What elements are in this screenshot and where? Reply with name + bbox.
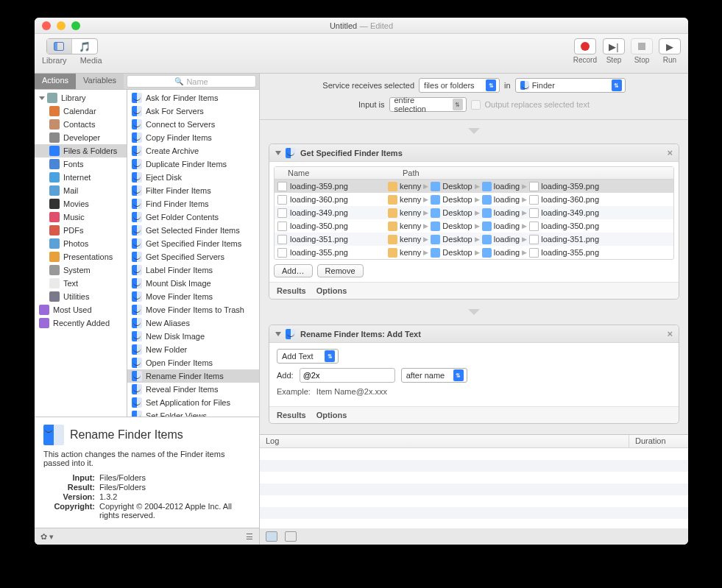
category-item[interactable]: Utilities bbox=[35, 290, 127, 303]
folder-icon bbox=[482, 235, 492, 244]
action-item[interactable]: Find Finder Items bbox=[127, 197, 259, 210]
table-row[interactable]: loading-351.png kenny▶ Desktop▶ loading▶… bbox=[275, 233, 673, 246]
tab-actions[interactable]: Actions bbox=[35, 74, 76, 89]
action-item[interactable]: New Disk Image bbox=[127, 330, 259, 343]
table-row[interactable]: loading-350.png kenny▶ Desktop▶ loading▶… bbox=[275, 219, 673, 233]
category-item[interactable]: System bbox=[35, 263, 127, 277]
action-list[interactable]: Ask for Finder ItemsAsk For ServersConne… bbox=[127, 90, 259, 417]
list-view-icon[interactable] bbox=[266, 531, 277, 542]
gear-icon[interactable]: ✿ ▾ bbox=[40, 532, 54, 542]
rename-mode-select[interactable]: Add Text⇅ bbox=[277, 349, 339, 364]
action-item[interactable]: Get Specified Servers bbox=[127, 250, 259, 263]
category-item[interactable]: Library bbox=[35, 91, 127, 105]
tab-variables[interactable]: Variables bbox=[76, 74, 124, 89]
disclosure-icon[interactable] bbox=[275, 332, 281, 336]
category-item[interactable]: Calendar bbox=[35, 105, 127, 118]
category-item[interactable]: Music bbox=[35, 210, 127, 224]
action-item[interactable]: Reveal Finder Items bbox=[127, 383, 259, 396]
close-icon[interactable]: × bbox=[667, 328, 673, 339]
table-row[interactable]: loading-360.png kenny▶ Desktop▶ loading▶… bbox=[275, 193, 673, 206]
category-item[interactable]: Movies bbox=[35, 197, 127, 210]
action-item[interactable]: Eject Disk bbox=[127, 171, 259, 184]
action-item[interactable]: Mount Disk Image bbox=[127, 277, 259, 290]
table-row[interactable]: loading-359.png kenny▶ Desktop▶ loading▶… bbox=[275, 180, 673, 193]
finder-icon bbox=[132, 397, 142, 408]
finder-icon bbox=[132, 225, 142, 235]
action-item[interactable]: Filter Finder Items bbox=[127, 184, 259, 197]
options-button[interactable]: Options bbox=[316, 411, 347, 419]
category-item[interactable]: Contacts bbox=[35, 118, 127, 131]
action-item[interactable]: Duplicate Finder Items bbox=[127, 157, 259, 171]
output-replaces-checkbox bbox=[471, 100, 481, 110]
action-item[interactable]: Move Finder Items bbox=[127, 290, 259, 303]
action-item[interactable]: Connect to Servers bbox=[127, 118, 259, 131]
finder-icon bbox=[132, 344, 142, 355]
folder-icon bbox=[431, 222, 440, 231]
search-input[interactable]: 🔍 Name bbox=[127, 75, 256, 88]
finder-icon bbox=[132, 371, 142, 381]
category-list[interactable]: LibraryCalendarContactsDeveloperFiles & … bbox=[35, 90, 127, 417]
add-button[interactable]: Add… bbox=[274, 264, 313, 277]
finder-icon bbox=[132, 119, 142, 130]
input-scope-select[interactable]: entire selection⇅ bbox=[389, 97, 467, 112]
finder-items-table[interactable]: Name Path loading-359.png kenny▶ Desktop… bbox=[274, 166, 674, 260]
remove-button[interactable]: Remove bbox=[317, 264, 364, 277]
action-item[interactable]: Set Application for Files bbox=[127, 396, 259, 409]
finder-icon bbox=[286, 329, 296, 339]
category-item[interactable]: Files & Folders bbox=[35, 144, 127, 157]
workflow-area[interactable]: Get Specified Finder Items × Name Path l… bbox=[260, 120, 688, 434]
columns-icon[interactable]: ☰ bbox=[246, 532, 253, 542]
results-button[interactable]: Results bbox=[277, 286, 306, 295]
table-row[interactable]: loading-349.png kenny▶ Desktop▶ loading▶… bbox=[275, 206, 673, 219]
action-item[interactable]: New Folder bbox=[127, 343, 259, 356]
category-item[interactable]: Fonts bbox=[35, 157, 127, 171]
step-button[interactable]: ▶| bbox=[603, 38, 625, 54]
action-item[interactable]: Get Specified Finder Items bbox=[127, 237, 259, 250]
action-title: Get Specified Finder Items bbox=[300, 149, 403, 157]
app-window: Untitled — Edited 🎵 LibraryMedia Record▶… bbox=[35, 18, 688, 545]
results-button[interactable]: Results bbox=[277, 411, 306, 419]
action-item[interactable]: Create Archive bbox=[127, 144, 259, 157]
category-item[interactable]: Recently Added bbox=[35, 316, 127, 330]
run-button[interactable]: ▶ bbox=[659, 38, 681, 54]
action-item[interactable]: Get Folder Contents bbox=[127, 210, 259, 224]
close-icon[interactable]: × bbox=[667, 147, 673, 158]
table-row[interactable]: loading-355.png kenny▶ Desktop▶ loading▶… bbox=[275, 246, 673, 259]
disclosure-icon[interactable] bbox=[275, 151, 281, 155]
category-item[interactable]: Presentations bbox=[35, 250, 127, 263]
action-item[interactable]: Set Folder Views bbox=[127, 409, 259, 417]
image-icon bbox=[277, 208, 287, 218]
finder-icon bbox=[132, 265, 142, 275]
category-item[interactable]: PDFs bbox=[35, 224, 127, 237]
action-item[interactable]: Move Finder Items to Trash bbox=[127, 303, 259, 316]
library-toggle[interactable] bbox=[47, 39, 72, 54]
action-item[interactable]: Rename Finder Items bbox=[127, 369, 259, 383]
finder-icon bbox=[132, 106, 142, 116]
description-title: Rename Finder Items bbox=[70, 428, 183, 442]
action-item[interactable]: Label Finder Items bbox=[127, 263, 259, 277]
action-title: Rename Finder Items: Add Text bbox=[300, 330, 421, 339]
description-panel: Rename Finder Items This action changes … bbox=[35, 417, 259, 528]
folder-icon bbox=[431, 195, 440, 205]
action-item[interactable]: Open Finder Items bbox=[127, 356, 259, 369]
action-item[interactable]: Ask for Finder Items bbox=[127, 91, 259, 105]
action-item[interactable]: New Aliases bbox=[127, 316, 259, 330]
options-button[interactable]: Options bbox=[316, 286, 347, 295]
category-item[interactable]: Photos bbox=[35, 237, 127, 250]
category-item[interactable]: Most Used bbox=[35, 303, 127, 316]
action-item[interactable]: Copy Finder Items bbox=[127, 131, 259, 144]
image-icon bbox=[529, 235, 539, 244]
log-view-icon[interactable] bbox=[285, 531, 297, 542]
category-item[interactable]: Text bbox=[35, 277, 127, 290]
category-item[interactable]: Developer bbox=[35, 131, 127, 144]
action-item[interactable]: Get Selected Finder Items bbox=[127, 224, 259, 237]
position-select[interactable]: after name⇅ bbox=[401, 368, 467, 383]
category-item[interactable]: Mail bbox=[35, 184, 127, 197]
action-item[interactable]: Ask For Servers bbox=[127, 105, 259, 118]
category-item[interactable]: Internet bbox=[35, 171, 127, 184]
add-text-input[interactable] bbox=[300, 368, 395, 383]
media-toggle[interactable]: 🎵 bbox=[72, 39, 97, 54]
record-button[interactable] bbox=[574, 38, 596, 54]
service-app-select[interactable]: Finder⇅ bbox=[515, 78, 626, 93]
service-input-select[interactable]: files or folders⇅ bbox=[419, 78, 500, 93]
